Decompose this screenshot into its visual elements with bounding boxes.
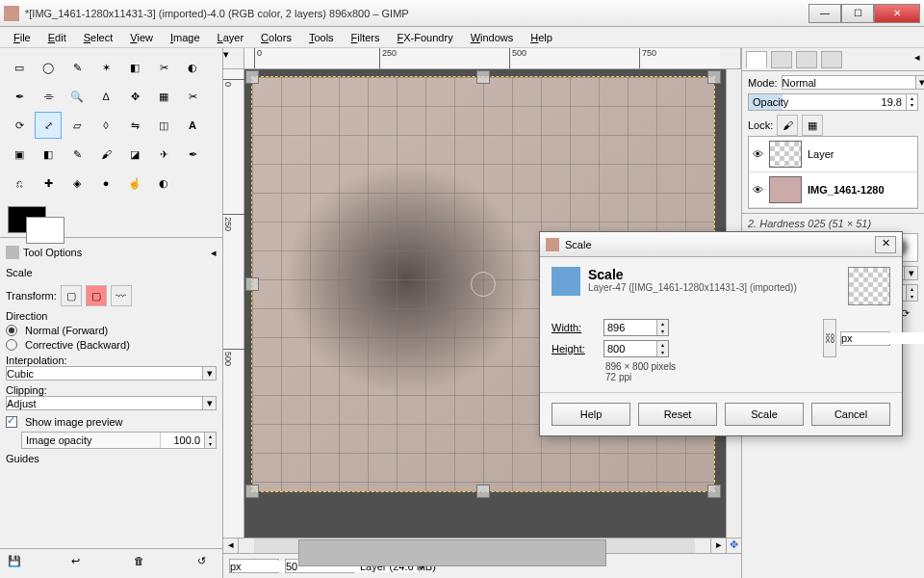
- layer-name[interactable]: Layer: [808, 148, 834, 160]
- handle-s[interactable]: [476, 485, 490, 498]
- direction-normal[interactable]: Normal (Forward): [25, 325, 108, 336]
- scrollbar-horizontal[interactable]: ◂ ▸ ✥: [223, 538, 741, 553]
- minimize-button[interactable]: —: [808, 4, 841, 23]
- eye-icon[interactable]: 👁: [753, 184, 763, 196]
- restore-options-icon[interactable]: ↩: [71, 555, 89, 572]
- handle-w[interactable]: [245, 277, 259, 291]
- interp-select[interactable]: ▾: [6, 366, 217, 381]
- reset-button[interactable]: Reset: [638, 403, 717, 426]
- direction-corrective[interactable]: Corrective (Backward): [25, 339, 130, 351]
- handle-se[interactable]: [707, 485, 721, 498]
- tool-shear[interactable]: ▱: [64, 112, 90, 139]
- tool-smudge[interactable]: ☝: [121, 170, 148, 197]
- menu-view[interactable]: View: [122, 30, 161, 45]
- preview-label[interactable]: Show image preview: [25, 416, 123, 428]
- tool-heal[interactable]: ✚: [35, 170, 62, 197]
- radio-normal[interactable]: [6, 325, 17, 336]
- tool-blend[interactable]: ◧: [35, 141, 62, 168]
- height-input[interactable]: ▴▾: [603, 340, 669, 357]
- color-swatch[interactable]: [8, 206, 46, 233]
- save-options-icon[interactable]: 💾: [8, 555, 25, 572]
- transform-target-selection[interactable]: ▢: [86, 285, 107, 306]
- tool-free-select[interactable]: ✎: [64, 54, 90, 81]
- layer-row[interactable]: 👁 Layer: [749, 137, 917, 172]
- reset-options-icon[interactable]: ↺: [197, 555, 215, 572]
- transform-target-layer[interactable]: ▢: [61, 285, 82, 306]
- tool-ink[interactable]: ✒: [179, 141, 206, 168]
- menu-colors[interactable]: Colors: [253, 30, 299, 45]
- chain-link-icon[interactable]: ⛓: [823, 319, 836, 357]
- tab-channels-icon[interactable]: [771, 51, 792, 68]
- image-opacity-slider[interactable]: Image opacity 100.0 ▴▾: [21, 432, 217, 449]
- tool-paintbrush[interactable]: 🖌: [92, 141, 119, 168]
- tool-foreground[interactable]: ◐: [179, 54, 206, 81]
- layer-row[interactable]: 👁 IMG_1461-1280: [749, 172, 917, 208]
- mode-select[interactable]: ▾: [782, 75, 924, 90]
- tool-blur[interactable]: ●: [92, 170, 119, 197]
- tool-rotate[interactable]: ⟳: [6, 112, 33, 139]
- transform-target-path[interactable]: 〰: [111, 285, 132, 306]
- handle-ne[interactable]: [707, 70, 721, 84]
- menu-select[interactable]: Select: [76, 30, 121, 45]
- tool-scale[interactable]: ⤢: [35, 112, 62, 139]
- tool-airbrush[interactable]: ✈: [150, 141, 177, 168]
- tab-paths-icon[interactable]: [796, 51, 817, 68]
- dialog-close-button[interactable]: ✕: [875, 236, 896, 253]
- tool-pencil[interactable]: ✎: [64, 141, 90, 168]
- menu-image[interactable]: Image: [163, 30, 208, 45]
- menu-tools[interactable]: Tools: [301, 30, 342, 45]
- help-button[interactable]: Help: [552, 403, 630, 426]
- menu-help[interactable]: Help: [523, 30, 560, 45]
- tool-clone[interactable]: ⎌: [6, 170, 33, 197]
- cancel-button[interactable]: Cancel: [811, 403, 890, 426]
- layer-opacity-slider[interactable]: Opacity 19.8 ▴▾: [748, 93, 918, 111]
- tool-measure[interactable]: ∆: [92, 83, 119, 110]
- width-input[interactable]: ▴▾: [603, 319, 669, 336]
- menu-windows[interactable]: Windows: [463, 30, 522, 45]
- tool-fuzzy-select[interactable]: ✶: [92, 54, 119, 81]
- tool-move[interactable]: ✥: [121, 83, 148, 110]
- menu-fxfoundry[interactable]: FX-Foundry: [390, 30, 461, 45]
- maximize-button[interactable]: ☐: [841, 4, 874, 23]
- tab-undo-icon[interactable]: [821, 51, 842, 68]
- lock-pixels-icon[interactable]: 🖌: [777, 115, 798, 136]
- tool-align[interactable]: ▦: [150, 83, 177, 110]
- delete-options-icon[interactable]: 🗑: [134, 555, 151, 572]
- tool-paths[interactable]: ✒: [6, 83, 33, 110]
- tool-eraser[interactable]: ◪: [121, 141, 148, 168]
- unit-select-dialog[interactable]: ▾: [840, 331, 890, 346]
- tool-perspective[interactable]: ◊: [92, 112, 119, 139]
- handle-nw[interactable]: [245, 70, 259, 84]
- menu-edit[interactable]: Edit: [40, 30, 74, 45]
- menu-layer[interactable]: Layer: [210, 30, 252, 45]
- menu-file[interactable]: File: [6, 30, 38, 45]
- handle-n[interactable]: [476, 70, 490, 84]
- tool-by-color[interactable]: ◧: [121, 54, 148, 81]
- tool-ellipse-select[interactable]: ◯: [35, 54, 62, 81]
- tool-perspective-clone[interactable]: ◈: [64, 170, 90, 197]
- pivot-icon[interactable]: [471, 272, 496, 297]
- preview-check[interactable]: [6, 416, 17, 428]
- tool-cage[interactable]: ◫: [150, 112, 177, 139]
- tool-dodge[interactable]: ◐: [150, 170, 177, 197]
- tool-rect-select[interactable]: ▭: [6, 54, 33, 81]
- menu-filters[interactable]: Filters: [344, 30, 388, 45]
- unit-select[interactable]: ▾: [229, 559, 279, 573]
- tool-bucket[interactable]: ▣: [6, 141, 33, 168]
- quickmask-toggle[interactable]: [720, 48, 741, 68]
- ruler-vertical[interactable]: 0 250 500: [223, 69, 244, 538]
- tool-flip[interactable]: ⇋: [121, 112, 148, 139]
- clipping-select[interactable]: ▾: [6, 396, 217, 410]
- tool-color-picker[interactable]: ⌯: [35, 83, 62, 110]
- brush-refresh-icon[interactable]: ⟳: [901, 307, 918, 325]
- tool-zoom[interactable]: 🔍: [64, 83, 90, 110]
- tool-text[interactable]: A: [179, 112, 206, 139]
- radio-corrective[interactable]: [6, 339, 17, 351]
- ruler-horizontal[interactable]: 0 250 500 750: [244, 48, 720, 68]
- tool-crop[interactable]: ✂: [179, 83, 206, 110]
- close-button[interactable]: ✕: [874, 4, 920, 23]
- handle-sw[interactable]: [245, 485, 259, 498]
- ruler-corner[interactable]: ▾: [223, 48, 244, 68]
- tab-layers-icon[interactable]: [746, 51, 767, 68]
- scale-button[interactable]: Scale: [725, 403, 804, 426]
